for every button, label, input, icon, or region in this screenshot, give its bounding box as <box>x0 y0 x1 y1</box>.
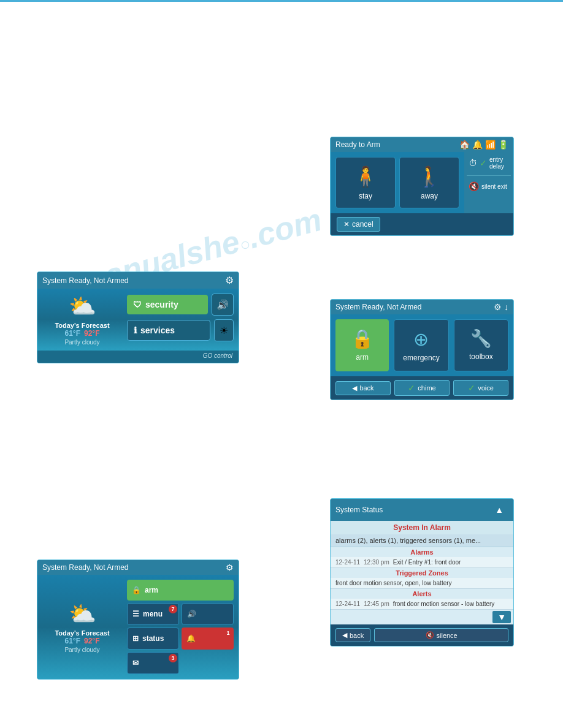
alarm-badge: 1 <box>224 629 232 637</box>
triggered1-text: front door motion sensor, open, low batt… <box>335 580 452 586</box>
circle-i-icon: ℹ <box>134 325 137 335</box>
alarm-icon: 🔔 <box>186 634 196 643</box>
stay-icon: 🧍 <box>353 165 378 188</box>
silence-button[interactable]: 🔇 silence <box>374 628 508 642</box>
home-buttons-area: 🛡 security 🔊 ℹ services ☀ <box>127 294 234 346</box>
sound-icon: 🔊 <box>216 299 229 311</box>
arm-panel-body: 🧍 stay 🚶 away ⏱ ✓ entry delay 🔇 silent e <box>331 152 513 213</box>
back-arrow-icon: ◀ <box>352 384 357 392</box>
chime-check-icon: ✓ <box>408 383 415 393</box>
voice-button[interactable]: ✓ voice <box>453 380 508 396</box>
alert-row-1: 12-24-11 12:45 pm front door motion sens… <box>331 599 513 610</box>
silence-label: silence <box>437 632 458 639</box>
toolbox-button[interactable]: 🔧 toolbox <box>454 319 508 371</box>
arm-button[interactable]: 🔒 arm <box>335 319 389 371</box>
temp-low-2: 61°F <box>65 637 80 645</box>
house-icon: 🏠 <box>459 140 470 150</box>
gocontrol-logo: GO control <box>203 352 232 359</box>
triggered-label: Triggered Zones <box>331 568 513 578</box>
security-row: 🛡 security 🔊 <box>127 294 234 316</box>
status-icon: ⊞ <box>132 634 139 643</box>
arm-bottom-button[interactable]: 🔒 arm <box>127 580 234 601</box>
cancel-button[interactable]: ✕ cancel <box>337 217 380 232</box>
weather-desc-2: Partly cloudy <box>64 646 99 653</box>
security-button[interactable]: 🛡 security <box>127 295 208 314</box>
bottom-left-panel: System Ready, Not Armed ⚙ ⛅ Today's Fore… <box>37 559 239 680</box>
status-button[interactable]: ⊞ status <box>127 628 179 650</box>
alarm-button[interactable]: 🔔 1 <box>182 628 234 650</box>
voice-check-icon: ✓ <box>468 383 475 393</box>
back-button[interactable]: ◀ back <box>335 381 391 395</box>
down-arrow-icon: ↓ <box>504 302 508 312</box>
entry-delay-option[interactable]: ⏱ ✓ entry delay <box>467 154 511 172</box>
status-panel-title: System Status <box>335 506 383 514</box>
arm-options: ⏱ ✓ entry delay 🔇 silent exit <box>464 152 513 213</box>
emergency-icon: ⊕ <box>413 328 429 350</box>
weather-area: ⛅ Today's Forecast 61°F 92°F Partly clou… <box>42 294 122 346</box>
menu-icon: ☰ <box>132 610 139 618</box>
mail-button[interactable]: ✉ 3 <box>127 652 179 674</box>
weather-label-2: Today's Forecast <box>55 629 109 637</box>
chime-label: chime <box>418 384 435 392</box>
away-button[interactable]: 🚶 away <box>399 157 459 208</box>
weather-area-2: ⛅ Today's Forecast 61°F 92°F Partly clou… <box>42 580 122 674</box>
menu-label: menu <box>143 610 163 618</box>
home-panel-title: System Ready, Not Armed <box>42 276 129 285</box>
top-divider <box>0 0 563 2</box>
toolbox-label: toolbox <box>469 352 493 361</box>
voice-label: voice <box>478 384 494 392</box>
alert1-time: 12-24-11 <box>335 601 360 607</box>
temp-low: 61°F <box>65 329 80 338</box>
alerts-label: Alerts <box>331 589 513 599</box>
mail-icon: ✉ <box>132 659 139 667</box>
weather-icon: ⛅ <box>69 294 96 319</box>
arm-lock-icon: 🔒 <box>132 586 141 594</box>
shield-icon: 🛡 <box>133 300 142 309</box>
emergency-button[interactable]: ⊕ emergency <box>394 319 448 371</box>
plug-icon: 🔋 <box>498 140 508 150</box>
stay-button[interactable]: 🧍 stay <box>335 157 396 208</box>
wifi-icon: 📶 <box>485 140 496 150</box>
brightness-button[interactable]: ☀ <box>214 319 234 341</box>
scroll-up-button[interactable]: ▲ <box>490 501 508 518</box>
alarms-label: Alarms <box>331 547 513 557</box>
bottom-buttons-grid: 🔒 arm ☰ menu 7 🔊 ⊞ status 🔔 1 <box>127 580 234 674</box>
alarm-header: System In Alarm <box>331 521 513 534</box>
silent-exit-option[interactable]: 🔇 silent exit <box>467 180 511 193</box>
silent-exit-label: silent exit <box>481 183 507 190</box>
chime-button[interactable]: ✓ chime <box>394 380 450 396</box>
status-back-label: back <box>350 632 364 639</box>
mute-icon: 🔇 <box>426 631 434 639</box>
cancel-bar: ✕ cancel <box>331 213 513 235</box>
back-icon: ◀ <box>342 631 347 639</box>
security-label: security <box>145 300 178 309</box>
alarm1-time-detail: 12:30 pm <box>364 559 389 566</box>
alert1-text: front door motion sensor - low battery <box>393 601 495 607</box>
scroll-down-button[interactable]: ▼ <box>492 611 511 623</box>
sound-icon-2: 🔊 <box>187 610 196 618</box>
menu-button[interactable]: ☰ menu 7 <box>127 603 179 625</box>
back-label: back <box>359 384 373 392</box>
status-panel-title-bar: System Status ▲ <box>331 499 513 521</box>
mail-badge: 3 <box>169 654 177 662</box>
security-sub-title-bar: System Ready, Not Armed ⚙ ↓ <box>331 300 513 314</box>
sound-toggle-button[interactable]: 🔊 <box>182 603 234 625</box>
arm-main-buttons: 🧍 stay 🚶 away <box>331 152 464 213</box>
bottom-left-title-bar: System Ready, Not Armed ⚙ <box>37 560 239 575</box>
entry-delay-label: entry delay <box>489 156 509 170</box>
temp-high: 92°F <box>84 329 99 338</box>
away-icon: 🚶 <box>417 165 442 188</box>
settings-icon: ⚙ <box>225 275 234 286</box>
status-panel-body: System In Alarm alarms (2), alerts (1), … <box>331 521 513 610</box>
home-panel-top: System Ready, Not Armed ⚙ ⛅ Today's Fore… <box>37 271 239 363</box>
status-back-button[interactable]: ◀ back <box>335 628 370 642</box>
entry-delay-icon: ⏱ <box>469 158 477 168</box>
x-icon: ✕ <box>343 220 350 229</box>
toolbox-icon: 🔧 <box>470 328 492 349</box>
services-row: ℹ services ☀ <box>127 319 234 341</box>
services-button[interactable]: ℹ services <box>127 320 210 341</box>
alarm1-text: Exit / Entry #1: front door <box>393 559 461 566</box>
sound-button[interactable]: 🔊 <box>212 294 234 316</box>
triggered-row-1: front door motion sensor, open, low batt… <box>331 578 513 589</box>
security-sub-title: System Ready, Not Armed <box>335 303 422 311</box>
